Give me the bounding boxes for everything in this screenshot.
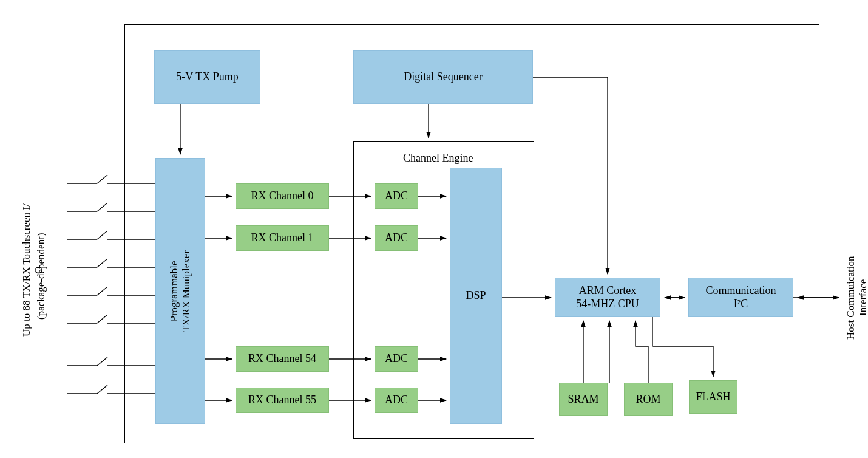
svg-line-16: [97, 315, 107, 323]
digital-sequencer-label: Digital Sequencer: [404, 70, 482, 84]
svg-line-19: [97, 357, 107, 366]
adc-55: ADC: [375, 388, 418, 413]
rx-channel-54: RX Channel 54: [236, 346, 329, 372]
arm-label-2: 54-MHZ CPU: [576, 298, 639, 311]
comm-block: Communication I²C: [688, 278, 793, 317]
rx54-label: RX Channel 54: [248, 352, 316, 366]
flash-label: FLASH: [696, 391, 730, 404]
svg-line-13: [97, 287, 107, 295]
svg-line-1: [97, 175, 107, 183]
rom-label: ROM: [636, 393, 660, 406]
adc-54: ADC: [375, 346, 418, 372]
tx-pump-block: 5-V TX Pump: [154, 50, 260, 104]
arm-label-1: ARM Cortex: [579, 284, 637, 298]
rx1-label: RX Channel 1: [251, 231, 314, 245]
adc-0: ADC: [375, 183, 418, 209]
sram-label: SRAM: [568, 393, 598, 406]
arm-cpu-block: ARM Cortex 54-MHZ CPU: [555, 278, 660, 317]
tx-pump-label: 5-V TX Pump: [176, 70, 238, 84]
rx55-label: RX Channel 55: [248, 394, 316, 407]
rx0-label: RX Channel 0: [251, 190, 314, 203]
rx-channel-0: RX Channel 0: [236, 183, 329, 209]
svg-line-4: [97, 203, 107, 211]
comm-label-2: I²C: [734, 298, 748, 311]
digital-sequencer-block: Digital Sequencer: [353, 50, 533, 104]
comm-label-1: Communication: [706, 284, 776, 298]
dsp-block: DSP: [450, 168, 502, 424]
adc54-label: ADC: [385, 352, 408, 366]
rx-channel-1: RX Channel 1: [236, 225, 329, 251]
right-host-label: Host Commuication Interface: [845, 243, 868, 352]
dsp-label: DSP: [466, 289, 486, 302]
svg-line-10: [97, 259, 107, 267]
flash-block: FLASH: [689, 380, 737, 414]
channel-engine-title: Channel Engine: [403, 152, 473, 165]
adc0-label: ADC: [385, 190, 408, 203]
sram-block: SRAM: [559, 383, 608, 416]
adc-1: ADC: [375, 225, 418, 251]
adc55-label: ADC: [385, 394, 408, 407]
rx-channel-55: RX Channel 55: [236, 388, 329, 413]
adc1-label: ADC: [385, 231, 408, 245]
rom-block: ROM: [624, 383, 673, 416]
svg-line-7: [97, 231, 107, 239]
mux-block: Programmable TX/RX Muuiplexer: [155, 158, 205, 424]
left-package-label: (package-dependent): [35, 225, 47, 328]
mux-label: Programmable TX/RX Muuiplexer: [168, 250, 193, 332]
svg-line-22: [97, 385, 107, 394]
